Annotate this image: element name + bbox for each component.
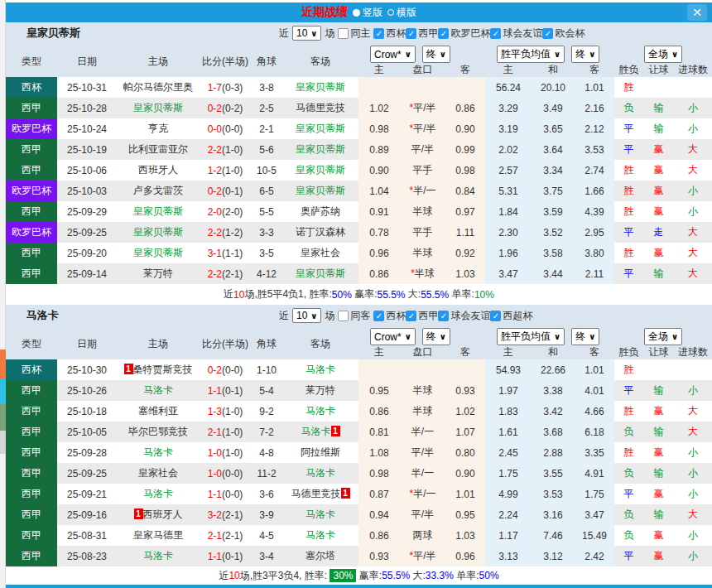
home-team: 皇家社会 <box>117 463 200 484</box>
competition-checkboxes: ✓西杯✓西甲✓球会友谊✓西超杯 <box>373 309 532 323</box>
table-row: 西甲 25-10-18 塞维利亚 1-3(1-0) 9-2 马洛卡 0.86 半… <box>6 401 712 422</box>
summary-segment: 50% <box>479 570 499 581</box>
sub-header-result: 胜负 <box>614 345 643 359</box>
handicap-result-value: 赢 <box>643 243 674 263</box>
odds-home-value: 0.98 <box>358 463 400 484</box>
summary-segment: 场,胜5平4负1, 胜率: <box>244 287 331 301</box>
avg-draw-value: 3.16 <box>532 504 575 525</box>
avg-draw-value: 3.55 <box>532 463 575 484</box>
avg-away-value: 3.47 <box>575 504 614 525</box>
summary-segment: 50% <box>332 289 352 301</box>
odds-home-value: 0.95 <box>358 380 400 401</box>
avg-odds-select[interactable]: 胜平负均值∨ <box>497 46 565 63</box>
score-cell: 1-1(0-1) <box>200 546 251 566</box>
avg-home-value: 54.93 <box>485 359 532 380</box>
odds-away-value: 0.97 <box>445 201 485 222</box>
match-date: 25-09-29 <box>57 201 117 222</box>
sub-header-handicap-result: 让球 <box>643 345 674 359</box>
sub-header-odds-home: 主 <box>358 345 400 359</box>
avg-away-value: 15.49 <box>575 525 614 546</box>
competition-checkbox-西甲[interactable]: ✓西甲 <box>406 27 438 41</box>
avg-odds-select[interactable]: 胜平负均值∨ <box>497 328 565 345</box>
sub-header-odds-away: 客 <box>445 345 485 359</box>
edge-decoration-cyan <box>0 379 6 404</box>
match-count-select[interactable]: 10∨ <box>292 308 321 323</box>
avg-away-value: 1.75 <box>575 484 614 504</box>
avg-home-value: 1.97 <box>485 380 532 401</box>
avg-away-value: 4.01 <box>575 380 614 401</box>
same-venue-checkbox[interactable]: 同客 <box>338 309 370 323</box>
score-cell: 0-2(0-1) <box>200 181 251 201</box>
sub-header-avg-draw: 和 <box>532 63 575 77</box>
layout-radio-horizontal[interactable]: 横版 <box>387 6 416 20</box>
competition-badge: 西甲 <box>6 201 57 222</box>
avg-away-value: 2.16 <box>575 98 614 118</box>
goals-size-value: 小 <box>674 463 712 484</box>
avg-home-value: 5.31 <box>485 181 532 201</box>
competition-checkbox-西甲[interactable]: ✓西甲 <box>406 309 438 323</box>
sub-header-goals: 进球数 <box>674 63 712 77</box>
layout-radio-vertical[interactable]: 竖版 <box>353 6 382 20</box>
match-date: 25-09-25 <box>57 463 117 484</box>
competition-badge: 西甲 <box>6 525 57 546</box>
result-value: 负 <box>614 504 643 525</box>
corner-count: 3-9 <box>251 504 282 525</box>
handicap-result-value: 输 <box>643 422 674 442</box>
avg-final-select[interactable]: 终∨ <box>571 328 599 345</box>
sub-header-odds-away: 客 <box>445 63 485 77</box>
match-count-select[interactable]: 10∨ <box>292 26 321 41</box>
odds-final-select[interactable]: 终∨ <box>422 46 450 63</box>
odds-company-select[interactable]: Crow*∨ <box>370 46 416 63</box>
avg-final-select[interactable]: 终∨ <box>571 46 599 63</box>
handicap-result-value <box>643 359 674 380</box>
competition-checkbox-球会友谊[interactable]: ✓球会友谊 <box>490 27 542 41</box>
handicap-result-value: 赢 <box>643 160 674 181</box>
competition-badge: 西甲 <box>6 401 57 422</box>
score-cell: 2-2(2-1) <box>200 263 251 284</box>
competition-checkbox-球会友谊[interactable]: ✓球会友谊 <box>438 309 490 323</box>
odds-home-value: 0.94 <box>358 504 400 525</box>
avg-away-value: 3.53 <box>575 139 614 160</box>
odds-company-select[interactable]: Crow*∨ <box>370 328 416 345</box>
corner-count: 3-6 <box>251 484 282 504</box>
competition-checkbox-西超杯[interactable]: ✓西超杯 <box>490 309 532 323</box>
avg-draw-value: 3.42 <box>532 401 575 422</box>
competition-badge: 西甲 <box>6 504 57 525</box>
competition-checkbox-西杯[interactable]: ✓西杯 <box>373 309 406 323</box>
competition-checkbox-欧会杯[interactable]: ✓欧会杯 <box>542 27 585 41</box>
same-venue-label: 同客 <box>350 309 370 323</box>
table-row: 西甲 25-09-25 皇家社会 1-0(0-0) 11-2 马洛卡 0.98 … <box>6 463 712 484</box>
odds-final-select[interactable]: 终∨ <box>422 328 450 345</box>
handicap-value: 平/半 <box>400 504 445 525</box>
avg-draw-value: 3.68 <box>532 422 575 442</box>
avg-draw-value: 3.49 <box>532 98 575 118</box>
avg-home-value: 1.61 <box>485 422 532 442</box>
summary-segment: 55.5% <box>377 289 405 301</box>
odds-away-value: 0.90 <box>445 463 485 484</box>
goals-size-value: 小 <box>674 118 712 139</box>
fulltime-select[interactable]: 全场∨ <box>644 328 682 345</box>
competition-checkbox-西杯[interactable]: ✓西杯 <box>373 27 406 41</box>
handicap-value: *平/半 <box>400 546 445 566</box>
close-icon[interactable]: ✕ <box>687 4 707 21</box>
handicap-result-value: 输 <box>643 118 674 139</box>
same-venue-checkbox[interactable]: 同主 <box>338 27 370 41</box>
sub-header-avg-home: 主 <box>485 345 532 359</box>
score-cell: 3-2(2-1) <box>200 504 251 525</box>
fulltime-select[interactable]: 全场∨ <box>644 46 682 63</box>
handicap-value: 半/一 <box>400 463 445 484</box>
result-value: 胜 <box>614 442 643 463</box>
competition-checkbox-欧罗巴杯[interactable]: ✓欧罗巴杯 <box>438 27 490 41</box>
result-value: 胜 <box>614 181 643 201</box>
avg-home-value: 3.13 <box>485 546 532 566</box>
home-team: 皇家贝蒂斯 <box>117 222 200 243</box>
odds-home-value: 1.02 <box>358 98 400 118</box>
match-date: 25-09-21 <box>57 484 117 504</box>
avg-home-value: 4.99 <box>485 484 532 504</box>
col-header-date: 日期 <box>57 326 117 359</box>
goals-size-value: 小 <box>674 525 712 546</box>
table-row: 西甲 25-10-19 比利亚雷亚尔 2-2(1-0) 5-6 皇家贝蒂斯 0.… <box>6 139 712 160</box>
avg-home-value: 56.24 <box>485 77 532 98</box>
away-team: 诺丁汉森林 <box>282 222 358 243</box>
away-team: 马德里竞技1 <box>282 484 358 504</box>
